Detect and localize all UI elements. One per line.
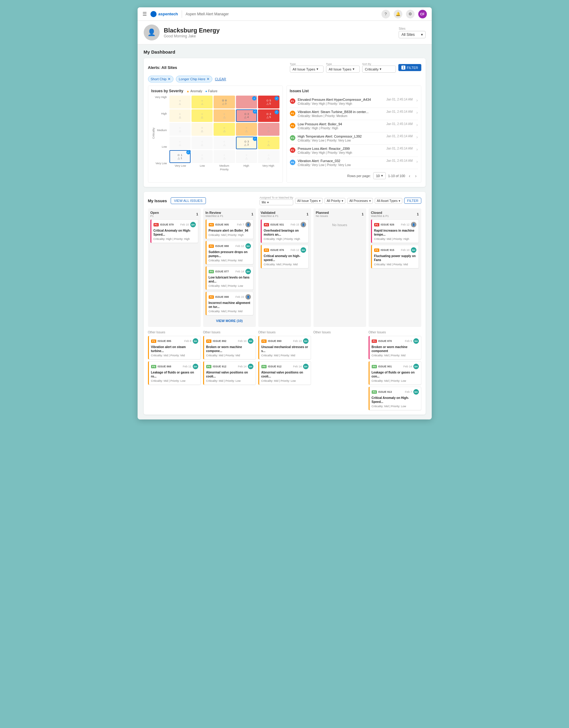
help-icon[interactable]: ? — [381, 10, 390, 18]
process-dropdown[interactable]: All Processes ▾ — [347, 198, 373, 204]
alerts-title: Alerts: All Sites — [148, 65, 287, 70]
chevron-down-icon: ▾ — [421, 32, 423, 37]
issue-date-2: Jan 01, 2:45:14 AM — [386, 122, 413, 126]
priority-badge-1: P2 — [290, 111, 295, 116]
view-more-button[interactable]: VIEW MORE (10) — [206, 317, 253, 324]
assigned-dropdown[interactable]: Me ▾ — [260, 199, 293, 205]
sort-dropdown[interactable]: Criticality ▾ — [362, 66, 396, 73]
kanban-card-closed-0[interactable]: P1 ISSUE 926 Feb 12 👤 Rapid increases in… — [371, 219, 419, 243]
asset-type-dropdown[interactable]: All Asset Types ▾ — [375, 198, 403, 204]
issue-title-3: High Temperature Alert: Compressor_L392 — [298, 135, 384, 138]
kanban-card-inreview-2[interactable]: P4 ISSUE 877 Feb 14 SH Low lubricant lev… — [206, 266, 253, 290]
issue-info-5: Vibration Alert: Furnace_032 Criticality… — [298, 159, 384, 167]
chevron-icon8: ▾ — [369, 199, 371, 203]
priority-badge-2: P2 — [290, 123, 295, 128]
card-avatar: SH — [413, 389, 419, 395]
no-issues-planned: No Issues — [316, 219, 364, 230]
chip-short-close[interactable]: ✕ — [168, 77, 171, 81]
other-issues-closed: Other Issues P1 ISSUE 870 Feb 9 SH Broke… — [369, 331, 421, 410]
cell-m-vh: ○ △ — [258, 123, 279, 136]
issue-row-1[interactable]: P2 Vibration Alert: Steam Turbine_B838 i… — [290, 108, 418, 120]
card-badge: P2 — [374, 248, 380, 252]
issue-row-4[interactable]: P1 Pressure Loss Alert: Reactor_J399 Cri… — [290, 145, 418, 157]
issue-chevron-4: › — [415, 147, 418, 152]
other-card-inreview-0[interactable]: P2 ISSUE 892 Feb 10 SH Broken or worn ma… — [203, 336, 256, 359]
kanban-col-planned-header: Planned No Issues 1 — [316, 211, 364, 218]
chip-longer[interactable]: Longer Chip Here ✕ — [176, 76, 212, 82]
clear-chips-button[interactable]: CLEAR — [215, 77, 226, 81]
issue-date-5: Jan 01, 2:45:14 AM — [386, 159, 413, 162]
type1-dropdown[interactable]: All Issue Types ▾ — [290, 66, 324, 73]
rows-per-page-dropdown[interactable]: 10 ▾ — [373, 172, 385, 179]
my-issues-section: My Issues VIEW ALL ISSUES Assigned To or… — [144, 192, 426, 415]
kanban-card-validated-1[interactable]: P2 ISSUE 876 Feb 12 SH Critical anomaly … — [261, 245, 309, 268]
user-photo: 👤 — [144, 25, 160, 40]
sites-label: Sites — [399, 27, 425, 30]
view-all-issues-button[interactable]: VIEW ALL ISSUES — [171, 197, 206, 204]
kanban-col-open: Open P1 1 P1 ISSUE 879 Feb 10 SH Critica… — [148, 208, 201, 327]
next-page-button[interactable]: › — [414, 173, 418, 178]
filter-count-badge: 1 — [401, 66, 406, 70]
chevron-icon3: ▾ — [380, 67, 381, 71]
other-card-closed-0[interactable]: P1 ISSUE 870 Feb 9 SH Broken or worn mac… — [369, 336, 421, 359]
priority-dropdown[interactable]: All Priority ▾ — [324, 198, 345, 204]
card-avatar: SH — [245, 243, 251, 249]
prev-page-button[interactable]: ‹ — [408, 173, 412, 178]
kanban-card-open-0[interactable]: P1 ISSUE 879 Feb 10 SH Critical Anomaly … — [150, 219, 198, 243]
other-card-validated-0[interactable]: P2 ISSUE 890 Feb 13 SH Unusual mechanica… — [258, 336, 311, 359]
chip-short[interactable]: Short Chip ✕ — [148, 76, 174, 82]
issue-title-5: Vibration Alert: Furnace_032 — [298, 159, 384, 163]
type2-dropdown[interactable]: All Issue Types ▾ — [326, 66, 360, 73]
page-header: 👤 Blacksburg Energy Good Morning Jake Si… — [138, 21, 432, 44]
kanban-card-validated-0[interactable]: P1 ISSUE 931 Feb 15 👤 Overheated bearing… — [261, 219, 309, 243]
kanban-col-validated-header: Validated Watchlist & P1 1 — [261, 211, 309, 218]
alerts-filter-button[interactable]: 1 FILTER — [398, 64, 421, 71]
cell-vl-vh: ○ △ — [258, 150, 279, 163]
kanban-card-inreview-3[interactable]: P2 ISSUE 898 Feb 15 👤 Incorrect machine … — [206, 292, 253, 315]
heatmap-grid-area: ○ △ ○ △ ⊙ 8 — [169, 96, 279, 171]
issue-meta-0: Criticality: Very High | Priority: Very … — [298, 102, 384, 105]
nav-divider — [182, 10, 182, 18]
issue-date-0: Jan 01, 2:45:14 AM — [386, 98, 413, 101]
priority-badge-4: P1 — [290, 147, 295, 153]
issue-row-3[interactable]: P4 High Temperature Alert: Compressor_L3… — [290, 132, 418, 145]
kanban-card-inreview-1[interactable]: P2 ISSUE 888 Feb 12 SH Sudden pressure d… — [206, 241, 253, 264]
my-issues-filter-button[interactable]: FILTER — [404, 198, 421, 204]
my-issues-header: My Issues VIEW ALL ISSUES Assigned To or… — [148, 196, 421, 205]
issue-type-dropdown[interactable]: All Issue Types ▾ — [295, 198, 323, 204]
other-card-validated-1[interactable]: P4 ISSUE 912 Feb 14 SH Abnormal valve po… — [258, 361, 311, 385]
other-issues-inreview: Other Issues P2 ISSUE 892 Feb 10 SH Brok… — [203, 331, 256, 410]
issue-row-2[interactable]: P2 Low Pressure Alert: Boiler_94 Critica… — [290, 120, 418, 132]
cell-h-h: ✓ ⊙ 3 △ 4 — [236, 109, 257, 122]
card-badge: P2 — [209, 295, 214, 299]
card-avatar: 👤 — [301, 222, 306, 227]
issue-row-5[interactable]: P5 Vibration Alert: Furnace_032 Critical… — [290, 157, 418, 169]
cell-m-h: ○ △ — [236, 123, 257, 136]
other-card-closed-1[interactable]: P4 ISSUE 901 Feb 14 SH Leakage of fluids… — [369, 361, 421, 385]
issue-row-0[interactable]: P1 Elevated Pressure Alert HyperCompress… — [290, 96, 418, 108]
card-badge: P2 — [209, 223, 214, 226]
chevron-icon5: ▾ — [267, 201, 269, 204]
user-avatar[interactable]: CF — [418, 10, 427, 18]
chip-longer-close[interactable]: ✕ — [207, 77, 210, 81]
other-card-open-1[interactable]: P4 ISSUE 868 Feb 11 SH Leakage of fluids… — [148, 361, 201, 385]
cell-vh-m: ⊙ 8 △ 0 — [214, 96, 235, 108]
bell-icon[interactable]: 🔔 — [394, 10, 402, 18]
alerts-filter-row: Type All Issue Types ▾ Type All Issue Ty… — [290, 63, 421, 73]
other-card-inreview-1[interactable]: P4 ISSUE 912 Feb 14 SH Abnormal valve po… — [203, 361, 256, 385]
sites-dropdown[interactable]: All Sites ▾ — [399, 31, 425, 38]
issues-list-title: Issues List — [290, 89, 418, 93]
gear-icon[interactable]: ⚙ — [406, 10, 415, 18]
other-card-closed-2[interactable]: P4 ISSUE 913 Feb 7 SH Critical Anomaly o… — [369, 387, 421, 410]
other-issues-open: Other Issues P2 ISSUE 895 Feb 8 SH Vibra… — [148, 331, 201, 410]
hamburger-icon[interactable]: ☰ — [142, 11, 147, 17]
other-card-open-0[interactable]: P2 ISSUE 895 Feb 8 SH Vibration alert on… — [148, 336, 201, 359]
failure-circle-icon: ● — [205, 89, 207, 93]
chart-header: Issues by Severity ▲ Anomaly ● Failure — [151, 89, 279, 93]
kanban-col-inreview-header: In Review Watchlist & P1 1 — [206, 211, 253, 218]
alerts-body: Issues by Severity ▲ Anomaly ● Failure C… — [148, 85, 421, 183]
kanban-card-closed-1[interactable]: P2 ISSUE 915 Feb 10 SH Fluctuating power… — [371, 245, 419, 268]
pagination-row: Rows per page: 10 ▾ 1-10 of 100 ‹ › — [290, 172, 418, 179]
card-badge: P4 — [372, 365, 377, 368]
kanban-card-inreview-0[interactable]: P2 ISSUE 905 Feb 7 👤 Pressure alert on B… — [206, 219, 253, 239]
